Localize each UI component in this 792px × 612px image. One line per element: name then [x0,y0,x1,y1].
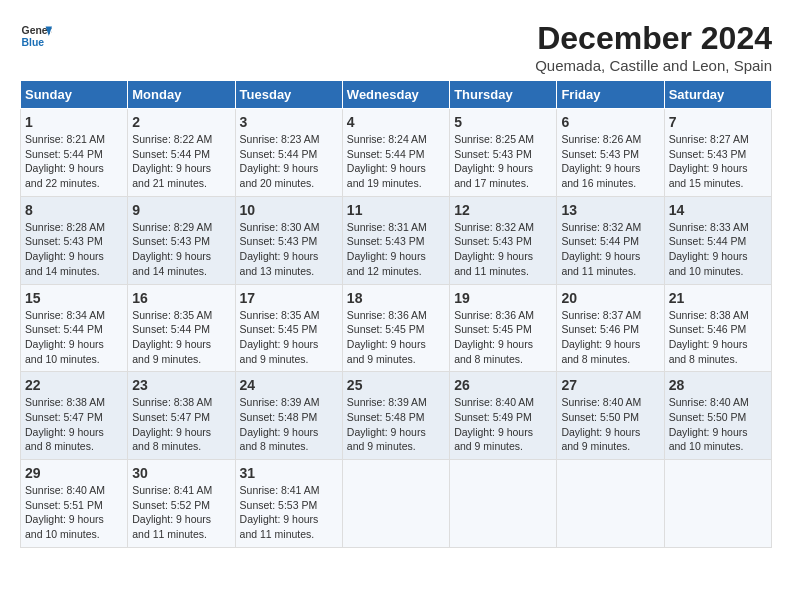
day-info: Sunrise: 8:41 AMSunset: 5:52 PMDaylight:… [132,483,230,542]
calendar-cell: 9Sunrise: 8:29 AMSunset: 5:43 PMDaylight… [128,196,235,284]
day-info: Sunrise: 8:37 AMSunset: 5:46 PMDaylight:… [561,308,659,367]
day-number: 26 [454,377,552,393]
calendar-cell: 2Sunrise: 8:22 AMSunset: 5:44 PMDaylight… [128,109,235,197]
calendar-cell: 10Sunrise: 8:30 AMSunset: 5:43 PMDayligh… [235,196,342,284]
day-number: 15 [25,290,123,306]
day-number: 7 [669,114,767,130]
day-of-week-header: Wednesday [342,81,449,109]
day-info: Sunrise: 8:22 AMSunset: 5:44 PMDaylight:… [132,132,230,191]
day-number: 2 [132,114,230,130]
calendar-week-row: 22Sunrise: 8:38 AMSunset: 5:47 PMDayligh… [21,372,772,460]
calendar-cell [664,460,771,548]
calendar-cell: 8Sunrise: 8:28 AMSunset: 5:43 PMDaylight… [21,196,128,284]
calendar-cell: 5Sunrise: 8:25 AMSunset: 5:43 PMDaylight… [450,109,557,197]
day-number: 8 [25,202,123,218]
calendar-cell: 16Sunrise: 8:35 AMSunset: 5:44 PMDayligh… [128,284,235,372]
subtitle: Quemada, Castille and Leon, Spain [535,57,772,74]
day-number: 24 [240,377,338,393]
day-info: Sunrise: 8:33 AMSunset: 5:44 PMDaylight:… [669,220,767,279]
calendar-cell [557,460,664,548]
day-info: Sunrise: 8:35 AMSunset: 5:45 PMDaylight:… [240,308,338,367]
day-number: 27 [561,377,659,393]
day-info: Sunrise: 8:23 AMSunset: 5:44 PMDaylight:… [240,132,338,191]
day-of-week-header: Sunday [21,81,128,109]
title-block: December 2024 Quemada, Castille and Leon… [535,20,772,74]
calendar-cell: 26Sunrise: 8:40 AMSunset: 5:49 PMDayligh… [450,372,557,460]
calendar-cell: 6Sunrise: 8:26 AMSunset: 5:43 PMDaylight… [557,109,664,197]
day-info: Sunrise: 8:41 AMSunset: 5:53 PMDaylight:… [240,483,338,542]
calendar-cell: 23Sunrise: 8:38 AMSunset: 5:47 PMDayligh… [128,372,235,460]
calendar-table: SundayMondayTuesdayWednesdayThursdayFrid… [20,80,772,548]
day-of-week-header: Thursday [450,81,557,109]
calendar-cell: 4Sunrise: 8:24 AMSunset: 5:44 PMDaylight… [342,109,449,197]
day-info: Sunrise: 8:24 AMSunset: 5:44 PMDaylight:… [347,132,445,191]
day-number: 6 [561,114,659,130]
logo: General Blue [20,20,52,52]
calendar-week-row: 8Sunrise: 8:28 AMSunset: 5:43 PMDaylight… [21,196,772,284]
header-row: SundayMondayTuesdayWednesdayThursdayFrid… [21,81,772,109]
calendar-cell: 20Sunrise: 8:37 AMSunset: 5:46 PMDayligh… [557,284,664,372]
calendar-week-row: 15Sunrise: 8:34 AMSunset: 5:44 PMDayligh… [21,284,772,372]
day-number: 31 [240,465,338,481]
calendar-cell: 3Sunrise: 8:23 AMSunset: 5:44 PMDaylight… [235,109,342,197]
calendar-week-row: 1Sunrise: 8:21 AMSunset: 5:44 PMDaylight… [21,109,772,197]
day-number: 25 [347,377,445,393]
day-number: 20 [561,290,659,306]
calendar-cell: 13Sunrise: 8:32 AMSunset: 5:44 PMDayligh… [557,196,664,284]
day-info: Sunrise: 8:32 AMSunset: 5:44 PMDaylight:… [561,220,659,279]
day-number: 5 [454,114,552,130]
day-of-week-header: Saturday [664,81,771,109]
main-title: December 2024 [535,20,772,57]
calendar-cell: 25Sunrise: 8:39 AMSunset: 5:48 PMDayligh… [342,372,449,460]
calendar-cell: 1Sunrise: 8:21 AMSunset: 5:44 PMDaylight… [21,109,128,197]
day-number: 11 [347,202,445,218]
calendar-cell: 21Sunrise: 8:38 AMSunset: 5:46 PMDayligh… [664,284,771,372]
calendar-cell [342,460,449,548]
day-of-week-header: Monday [128,81,235,109]
calendar-cell: 27Sunrise: 8:40 AMSunset: 5:50 PMDayligh… [557,372,664,460]
day-info: Sunrise: 8:31 AMSunset: 5:43 PMDaylight:… [347,220,445,279]
day-info: Sunrise: 8:40 AMSunset: 5:49 PMDaylight:… [454,395,552,454]
day-info: Sunrise: 8:35 AMSunset: 5:44 PMDaylight:… [132,308,230,367]
day-number: 14 [669,202,767,218]
calendar-cell: 15Sunrise: 8:34 AMSunset: 5:44 PMDayligh… [21,284,128,372]
day-number: 1 [25,114,123,130]
day-number: 4 [347,114,445,130]
calendar-cell: 24Sunrise: 8:39 AMSunset: 5:48 PMDayligh… [235,372,342,460]
logo-icon: General Blue [20,20,52,52]
day-info: Sunrise: 8:28 AMSunset: 5:43 PMDaylight:… [25,220,123,279]
day-info: Sunrise: 8:27 AMSunset: 5:43 PMDaylight:… [669,132,767,191]
svg-text:Blue: Blue [22,37,45,48]
calendar-cell: 14Sunrise: 8:33 AMSunset: 5:44 PMDayligh… [664,196,771,284]
calendar-cell: 22Sunrise: 8:38 AMSunset: 5:47 PMDayligh… [21,372,128,460]
day-info: Sunrise: 8:36 AMSunset: 5:45 PMDaylight:… [454,308,552,367]
day-info: Sunrise: 8:39 AMSunset: 5:48 PMDaylight:… [240,395,338,454]
day-number: 12 [454,202,552,218]
day-number: 9 [132,202,230,218]
day-info: Sunrise: 8:39 AMSunset: 5:48 PMDaylight:… [347,395,445,454]
day-number: 22 [25,377,123,393]
day-info: Sunrise: 8:21 AMSunset: 5:44 PMDaylight:… [25,132,123,191]
day-info: Sunrise: 8:29 AMSunset: 5:43 PMDaylight:… [132,220,230,279]
day-info: Sunrise: 8:40 AMSunset: 5:50 PMDaylight:… [669,395,767,454]
day-number: 21 [669,290,767,306]
page-header: General Blue December 2024 Quemada, Cast… [20,20,772,74]
calendar-cell: 17Sunrise: 8:35 AMSunset: 5:45 PMDayligh… [235,284,342,372]
day-number: 19 [454,290,552,306]
day-number: 10 [240,202,338,218]
day-number: 23 [132,377,230,393]
day-number: 29 [25,465,123,481]
day-info: Sunrise: 8:32 AMSunset: 5:43 PMDaylight:… [454,220,552,279]
day-info: Sunrise: 8:36 AMSunset: 5:45 PMDaylight:… [347,308,445,367]
day-of-week-header: Tuesday [235,81,342,109]
calendar-cell: 30Sunrise: 8:41 AMSunset: 5:52 PMDayligh… [128,460,235,548]
day-info: Sunrise: 8:34 AMSunset: 5:44 PMDaylight:… [25,308,123,367]
calendar-cell: 7Sunrise: 8:27 AMSunset: 5:43 PMDaylight… [664,109,771,197]
calendar-cell: 12Sunrise: 8:32 AMSunset: 5:43 PMDayligh… [450,196,557,284]
day-number: 28 [669,377,767,393]
day-of-week-header: Friday [557,81,664,109]
calendar-week-row: 29Sunrise: 8:40 AMSunset: 5:51 PMDayligh… [21,460,772,548]
calendar-cell: 11Sunrise: 8:31 AMSunset: 5:43 PMDayligh… [342,196,449,284]
day-info: Sunrise: 8:40 AMSunset: 5:51 PMDaylight:… [25,483,123,542]
day-info: Sunrise: 8:38 AMSunset: 5:46 PMDaylight:… [669,308,767,367]
